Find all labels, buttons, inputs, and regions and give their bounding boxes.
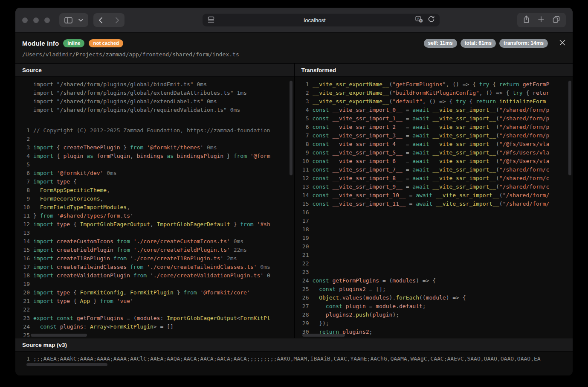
line-number: 7 — [295, 131, 313, 140]
forward-button[interactable] — [115, 17, 119, 23]
sidebar-toggle-button[interactable] — [64, 17, 72, 23]
source-code-area[interactable]: import "/shared/form/plugins/global/bind… — [15, 77, 294, 338]
timing-self: self: 11ms — [424, 39, 457, 48]
minimize-window-button[interactable] — [33, 17, 39, 23]
line-number: 17 — [295, 217, 313, 225]
translate-button[interactable]: A ✦ — [415, 16, 423, 24]
code-line: 19 — [295, 234, 573, 242]
line-number: 19 — [295, 234, 313, 242]
code-line: 11} from '#shared/types/form.ts' — [15, 212, 294, 220]
line-number: 11 — [15, 212, 33, 220]
reload-button[interactable] — [428, 16, 434, 24]
line-number: 7 — [15, 177, 33, 186]
timing-pills: self: 11ms total: 61ms transform: 14ms — [424, 39, 548, 48]
line-number: 3 — [15, 143, 33, 152]
line-number: 21 — [15, 297, 33, 306]
code-line: 27 const plugin = module.default; — [295, 302, 573, 311]
code-line: 10 FormFieldTypeImportModules, — [15, 203, 294, 212]
close-button[interactable] — [559, 39, 566, 48]
line-number: 22 — [295, 259, 313, 268]
close-window-button[interactable] — [22, 17, 28, 23]
zoom-window-button[interactable] — [44, 17, 50, 23]
line-number: 4 — [15, 152, 33, 160]
address-bar[interactable]: localhost A ✦ — [203, 14, 440, 26]
code-line: 8 FormAppSpecificTheme, — [15, 186, 294, 195]
code-line: 7import type { — [15, 177, 294, 186]
line-number: 24 — [295, 276, 313, 285]
code-line: import "/shared/form/plugins/global/bind… — [15, 80, 294, 89]
code-line: 28 plugins2.push(plugin); — [295, 311, 573, 319]
line-number: 23 — [295, 268, 313, 276]
sidebar-group — [59, 13, 88, 27]
new-tab-button[interactable] — [538, 16, 544, 24]
line-number: 6 — [295, 123, 313, 131]
code-line: 19 — [15, 280, 294, 288]
source-vertical-scrollbar[interactable] — [290, 81, 293, 175]
source-panel: Source import "/shared/form/plugins/glob… — [15, 64, 294, 338]
code-line: 6import '@formkit/dev' 0ms — [15, 169, 294, 177]
line-number — [15, 80, 33, 89]
code-line: 26 Object.values(modules).forEach((modul… — [295, 294, 573, 302]
line-number: 3 — [295, 97, 313, 106]
line-number: 20 — [295, 242, 313, 251]
line-number: 25 — [295, 285, 313, 294]
code-line: 9const __vite_ssr_import_5__ = await __v… — [295, 148, 573, 157]
source-map-section: Source map (v3) 1;;;AAEA;AAAkC;AAAA;AAAA… — [15, 338, 573, 375]
code-line: 15const __vite_ssr_import_11__ = await _… — [295, 200, 573, 208]
tab-overview-button[interactable] — [553, 16, 560, 25]
chevron-right-icon — [115, 17, 119, 23]
line-number: 1 — [15, 355, 33, 363]
badge-not-cached: not cached — [89, 39, 123, 47]
traffic-lights — [22, 17, 50, 23]
code-line: 14import createCustomIcons from './core/… — [15, 237, 294, 246]
badge-inline: inline — [63, 39, 84, 47]
sidebar-menu-button[interactable] — [78, 19, 83, 22]
translate-icon: A ✦ — [415, 16, 423, 24]
svg-text:✦: ✦ — [420, 19, 422, 22]
code-line: 17 — [295, 217, 573, 225]
source-map-horizontal-scrollbar[interactable] — [26, 363, 107, 366]
code-line: 3import { createThemePlugin } from '@for… — [15, 143, 294, 152]
code-line: 2 — [15, 135, 294, 143]
source-horizontal-scrollbar[interactable] — [31, 334, 87, 337]
line-number — [15, 97, 33, 106]
line-number: 17 — [15, 263, 33, 271]
line-number: 1 — [15, 126, 33, 135]
code-line: 15import createFieldPlugin from './core/… — [15, 246, 294, 254]
back-button[interactable] — [98, 17, 103, 23]
code-line: 18 — [295, 225, 573, 234]
source-map-title: Source map (v3) — [15, 338, 573, 352]
transformed-code-area[interactable]: 1__vite_ssr_exportName__("getFormPlugins… — [295, 77, 573, 338]
browser-window: localhost A ✦ — [15, 8, 573, 375]
svg-text:A: A — [417, 17, 419, 21]
code-line: 20 — [295, 242, 573, 251]
line-number: 18 — [295, 225, 313, 234]
code-line: 7const __vite_ssr_import_3__ = await __v… — [295, 131, 573, 140]
code-line: 13const __vite_ssr_import_9__ = await __… — [295, 183, 573, 191]
transformed-horizontal-scrollbar[interactable] — [302, 334, 345, 337]
line-number: 18 — [15, 271, 33, 280]
sidebar-icon — [64, 17, 72, 23]
line-number: 19 — [15, 280, 33, 288]
code-line: 10const __vite_ssr_import_6__ = await __… — [295, 157, 573, 166]
reader-view-button[interactable] — [208, 16, 214, 24]
nav-group — [93, 13, 125, 27]
code-line: 1// Copyright (C) 2012-2025 Zammad Found… — [15, 126, 294, 135]
share-button[interactable] — [523, 15, 530, 25]
code-line: 12const __vite_ssr_import_8__ = await __… — [295, 174, 573, 183]
code-line: import "/shared/form/plugins/global/requ… — [15, 106, 294, 114]
line-number: 6 — [15, 169, 33, 177]
code-line: 17import createTailwindClasses from './c… — [15, 263, 294, 271]
line-number: 29 — [295, 319, 313, 328]
transformed-vertical-scrollbar[interactable] — [568, 81, 571, 175]
line-number: 4 — [295, 106, 313, 114]
code-line: 12import type { ImportGlobEagerOutput, I… — [15, 220, 294, 229]
module-info-header: Module Info inline not cached self: 11ms… — [15, 33, 573, 63]
line-number: 2 — [15, 135, 33, 143]
code-line: 4const __vite_ssr_import_0__ = await __v… — [295, 106, 573, 114]
line-number: 22 — [15, 306, 33, 314]
line-number — [15, 106, 33, 114]
line-number: 26 — [295, 294, 313, 302]
toolbar-right-group — [517, 13, 566, 27]
line-number: 10 — [295, 157, 313, 166]
